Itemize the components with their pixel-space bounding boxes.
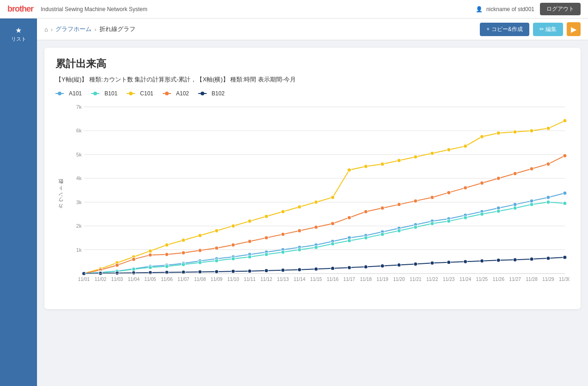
data-point (298, 268, 301, 272)
data-point (397, 229, 401, 232)
data-point (264, 215, 268, 218)
data-point (214, 229, 218, 232)
x-tick-label: 11/01 (78, 277, 90, 282)
legend-item-c101: C101 (127, 90, 153, 97)
x-tick-label: 11/09 (211, 277, 223, 282)
data-point (430, 261, 434, 265)
data-point (231, 243, 235, 247)
layout: ★ リスト ⌂ › グラフホーム › 折れ線グラフ + コピー&作成 ✏ 編集 … (0, 19, 588, 386)
svg-point-9 (201, 92, 204, 95)
arrow-icon: ▶ (571, 25, 576, 34)
data-point (546, 195, 550, 199)
data-point (380, 206, 384, 210)
data-point (165, 253, 169, 256)
data-point (464, 260, 467, 263)
data-point (364, 210, 368, 213)
data-point (182, 251, 185, 255)
data-point (480, 181, 484, 185)
data-point (347, 216, 351, 219)
x-tick-label: 11/12 (260, 277, 272, 282)
data-point (447, 219, 451, 223)
data-point (115, 271, 119, 275)
data-point (546, 256, 550, 260)
data-point (248, 269, 251, 273)
data-point (546, 200, 550, 204)
y-tick-label: 2k (76, 223, 82, 229)
legend-line-icon (163, 91, 174, 96)
x-tick-label: 11/25 (476, 277, 488, 282)
header-title: Industrial Sewing Machine Network System (41, 6, 147, 12)
home-icon[interactable]: ⌂ (44, 26, 48, 33)
data-point (198, 270, 202, 274)
data-point (447, 261, 451, 264)
x-tick-label: 11/10 (227, 277, 239, 282)
y-tick-label: 5k (76, 152, 82, 157)
data-point (298, 229, 301, 232)
data-point (148, 271, 152, 274)
data-point (298, 205, 301, 209)
data-point (496, 176, 500, 180)
data-point (414, 262, 417, 266)
data-point (331, 195, 335, 199)
data-point (480, 212, 484, 216)
data-point (546, 162, 550, 166)
data-point (148, 249, 152, 253)
logo-area: brother Industrial Sewing Machine Networ… (7, 4, 147, 14)
data-point (480, 259, 484, 263)
x-tick-label: 11/26 (493, 277, 505, 282)
data-point (414, 199, 417, 203)
toolbar-buttons: + コピー&作成 ✏ 編集 ▶ (480, 22, 581, 36)
y-tick-label: 6k (76, 128, 82, 133)
legend-line-icon (55, 91, 67, 96)
sep2: › (94, 26, 96, 33)
data-point (414, 155, 417, 159)
data-point (281, 250, 285, 254)
x-tick-label: 11/24 (459, 277, 472, 282)
data-point (347, 168, 351, 172)
data-point (148, 266, 152, 269)
data-point (331, 222, 335, 225)
data-point (364, 165, 368, 168)
data-point (530, 167, 533, 171)
data-point (380, 232, 384, 236)
logout-button[interactable]: ログアウト (540, 3, 581, 15)
legend-label: A102 (176, 90, 189, 97)
data-point (563, 201, 567, 205)
data-point (464, 144, 467, 148)
data-point (214, 259, 218, 262)
chart-legend: A101 B101 C101 A102 B102 (55, 90, 570, 97)
breadcrumb-bar: ⌂ › グラフホーム › 折れ線グラフ + コピー&作成 ✏ 編集 ▶ (37, 19, 588, 40)
data-point (563, 255, 567, 259)
chart-container: カウント数 7k6k5k4k3k2k1k11/0111/0211/0311/04… (55, 102, 570, 298)
data-point (248, 219, 251, 223)
x-tick-label: 11/06 (161, 277, 173, 282)
sidebar: ★ リスト (0, 19, 37, 386)
data-point (132, 268, 135, 271)
data-point (380, 264, 384, 268)
arrow-button[interactable]: ▶ (567, 22, 581, 36)
data-point (281, 232, 285, 236)
data-point (264, 253, 268, 256)
x-tick-label: 11/07 (178, 277, 190, 282)
data-point (314, 245, 318, 249)
data-point (132, 271, 135, 274)
data-point (132, 257, 135, 261)
data-point (513, 203, 517, 206)
x-tick-label: 11/05 (144, 277, 156, 282)
data-point (364, 265, 368, 269)
sidebar-item-list[interactable]: ★ リスト (9, 22, 28, 46)
sidebar-item-label: リスト (11, 36, 26, 43)
breadcrumb-graph-home[interactable]: グラフホーム (55, 25, 92, 33)
x-tick-label: 11/18 (360, 277, 372, 282)
copy-create-button[interactable]: + コピー&作成 (480, 23, 529, 36)
edit-button[interactable]: ✏ 編集 (533, 23, 563, 36)
chart-card: 累計出来高 【Y軸(縦)】 種類:カウント数 集計の計算形式-累計，【X軸(横)… (44, 48, 581, 309)
x-tick-label: 11/22 (426, 277, 438, 282)
legend-item-a102: A102 (163, 90, 189, 97)
x-tick-label: 11/16 (327, 277, 339, 282)
data-point (231, 224, 235, 228)
legend-line-icon (91, 91, 102, 96)
data-point (430, 151, 434, 155)
series-line-c101 (84, 121, 565, 274)
username-label: nickname of std001 (486, 6, 534, 12)
